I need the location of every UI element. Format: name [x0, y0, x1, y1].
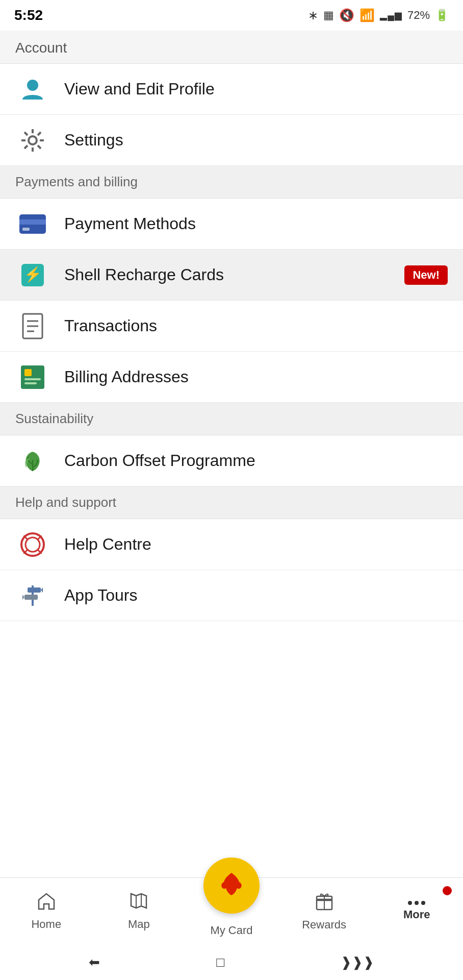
back-button[interactable]: ⬅ [89, 954, 100, 970]
more-icon [408, 901, 425, 905]
wifi-icon: 📶 [359, 8, 375, 22]
menu-label-carbon-offset: Carbon Offset Programme [64, 451, 448, 470]
section-header-help: Help and support [0, 486, 463, 519]
menu-label-settings: Settings [64, 131, 448, 150]
bluetooth-icon: ∗ [308, 8, 318, 22]
svg-line-6 [24, 132, 28, 135]
nav-item-more[interactable]: More [370, 878, 463, 944]
menu-item-shell-recharge-cards[interactable]: ⚡ Shell Recharge Cards New! [0, 250, 463, 301]
nav-item-home[interactable]: Home [0, 878, 93, 944]
help-icon [15, 527, 50, 562]
nav-item-map[interactable]: Map [93, 878, 186, 944]
svg-line-8 [38, 132, 41, 135]
section-title-help: Help and support [15, 495, 116, 510]
menu-item-help-centre[interactable]: Help Centre [0, 519, 463, 570]
section-header-sustainability: Sustainability [0, 403, 463, 435]
svg-point-1 [29, 136, 37, 144]
bottom-navigation: Home Map My Card [0, 877, 463, 980]
shell-button[interactable] [203, 857, 260, 914]
battery-icon: 🔋 [435, 9, 449, 22]
nav-bar: Home Map My Card [0, 878, 463, 944]
camera-icon: ▦ [323, 9, 334, 22]
signal-icon: ▂▄▆ [380, 10, 402, 21]
payment-icon [15, 207, 50, 241]
status-bar: 5:52 ∗ ▦ 🔇 📶 ▂▄▆ 72% 🔋 [0, 0, 463, 31]
recharge-icon: ⚡ [15, 258, 50, 292]
section-title-sustainability: Sustainability [15, 411, 93, 426]
svg-rect-21 [24, 378, 41, 380]
svg-marker-34 [22, 595, 24, 600]
svg-marker-32 [41, 587, 43, 593]
battery-level: 72% [407, 9, 430, 22]
nav-item-mycard[interactable]: My Card [185, 878, 278, 944]
menu-label-billing-addresses: Billing Addresses [64, 368, 448, 386]
status-time: 5:52 [14, 7, 43, 23]
menu-label-shell-recharge-cards: Shell Recharge Cards [64, 265, 404, 284]
menu-item-carbon-offset[interactable]: Carbon Offset Programme [0, 435, 463, 486]
menu-label-help-centre: Help Centre [64, 535, 448, 554]
page-title: Account [15, 40, 67, 56]
nav-label-rewards: Rewards [302, 918, 346, 932]
nav-label-map: Map [128, 918, 150, 931]
menu-label-app-tours: App Tours [64, 586, 448, 605]
menu-label-payment-methods: Payment Methods [64, 214, 448, 233]
menu-item-billing-addresses[interactable]: Billing Addresses [0, 352, 463, 403]
menu-item-app-tours[interactable]: App Tours [0, 570, 463, 621]
svg-rect-12 [22, 228, 30, 231]
menu-label-view-edit-profile: View and Edit Profile [64, 80, 448, 99]
svg-point-0 [27, 80, 38, 91]
svg-line-9 [24, 145, 28, 149]
status-icons: ∗ ▦ 🔇 📶 ▂▄▆ 72% 🔋 [308, 8, 449, 22]
home-button[interactable]: □ [216, 954, 224, 970]
menu-item-view-edit-profile[interactable]: View and Edit Profile [0, 64, 463, 115]
svg-rect-11 [19, 219, 46, 225]
recent-button[interactable]: ❱❱❱ [341, 954, 374, 970]
new-badge: New! [404, 265, 448, 285]
system-nav-bar: ⬅ □ ❱❱❱ [0, 944, 463, 980]
nav-label-home: Home [31, 918, 61, 931]
tours-icon [15, 578, 50, 613]
nav-item-rewards[interactable]: Rewards [278, 878, 371, 944]
menu-item-settings[interactable]: Settings [0, 115, 463, 166]
section-header-payments: Payments and billing [0, 166, 463, 199]
rewards-icon [315, 891, 334, 915]
menu-label-transactions: Transactions [64, 316, 448, 335]
transactions-icon [15, 309, 50, 344]
svg-marker-35 [131, 894, 146, 908]
mute-icon: 🔇 [339, 8, 354, 22]
svg-line-7 [38, 145, 41, 149]
svg-rect-20 [24, 369, 32, 376]
svg-rect-22 [24, 382, 37, 384]
carbon-icon [15, 444, 50, 478]
section-title-payments: Payments and billing [15, 174, 138, 189]
page-header: Account [0, 31, 463, 64]
nav-label-mycard: My Card [210, 924, 252, 937]
home-icon [37, 892, 56, 915]
profile-icon [15, 72, 50, 107]
menu-item-payment-methods[interactable]: Payment Methods [0, 199, 463, 250]
notification-dot [443, 886, 452, 895]
billing-icon [15, 360, 50, 395]
svg-rect-33 [24, 595, 38, 600]
svg-rect-19 [21, 365, 44, 389]
svg-rect-31 [28, 587, 41, 593]
settings-icon [15, 123, 50, 158]
svg-text:⚡: ⚡ [24, 266, 42, 283]
menu-item-transactions[interactable]: Transactions [0, 301, 463, 352]
map-icon [129, 892, 148, 915]
nav-label-more: More [403, 908, 430, 921]
